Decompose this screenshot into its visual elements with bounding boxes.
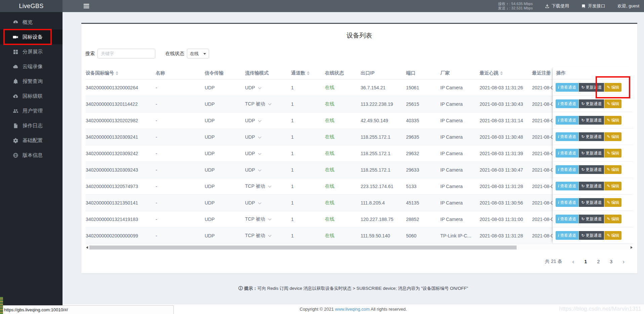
- update-channels-button[interactable]: ↻更新通道: [579, 182, 604, 190]
- scroll-right-icon[interactable]: [631, 246, 633, 249]
- scrollbar-thumb[interactable]: [89, 245, 517, 250]
- view-channels-button[interactable]: i查看通道: [556, 198, 578, 207]
- column-header-7: 端口: [406, 67, 440, 79]
- liveqing-link[interactable]: www.liveqing.com: [335, 307, 370, 312]
- sidebar-item-3[interactable]: 云端录像: [0, 59, 63, 74]
- network-stats: 接收 ↑ : 54.635 Mbps 发送 ↓ : 32.531 Mbps: [498, 2, 533, 10]
- table-row: 34020000001320309241-UDPUDP1在线118.255.17…: [85, 129, 633, 145]
- download-link[interactable]: 下载使用: [545, 3, 569, 9]
- edit-button[interactable]: ✎编辑: [604, 165, 621, 174]
- view-channels-button[interactable]: i查看通道: [556, 99, 578, 108]
- refresh-icon: ↻: [581, 151, 585, 155]
- stream-mode[interactable]: UDP: [245, 145, 291, 162]
- edit-button[interactable]: ✎编辑: [604, 215, 621, 223]
- view-channels-button[interactable]: i查看通道: [556, 165, 578, 174]
- column-header-2: 信令传输: [204, 67, 245, 79]
- action-buttons-row: i查看通道↻更新通道✎编辑: [553, 79, 633, 96]
- channel-count: 1: [291, 112, 325, 129]
- sort-icon[interactable]: [307, 71, 310, 75]
- horizontal-scrollbar[interactable]: [85, 245, 633, 250]
- sidebar-item-4[interactable]: 报警查询: [0, 74, 63, 89]
- refresh-icon: ↻: [581, 118, 585, 123]
- sort-icon[interactable]: [116, 71, 118, 75]
- stream-mode[interactable]: UDP: [245, 112, 291, 129]
- online-status: 在线: [325, 145, 360, 162]
- sidebar-item-label: 国标设备: [23, 34, 43, 40]
- signal-transport: UDP: [204, 96, 245, 112]
- stream-mode[interactable]: TCP 被动: [245, 96, 291, 112]
- export-ip: 111.59.50.140: [360, 227, 406, 244]
- edit-button[interactable]: ✎编辑: [604, 132, 621, 141]
- last-heartbeat: 2021-08-03 11:30:43: [479, 96, 532, 112]
- next-page-button[interactable]: ›: [622, 259, 625, 264]
- page-number-1[interactable]: 1: [585, 259, 587, 264]
- welcome-user[interactable]: 欢迎, guest: [617, 3, 639, 9]
- stream-mode[interactable]: UDP: [245, 162, 291, 178]
- filter-bar: 搜索 在线状态 在线: [85, 49, 633, 58]
- stream-mode[interactable]: TCP 被动: [245, 211, 291, 227]
- sort-icon[interactable]: [500, 71, 503, 75]
- online-status-select[interactable]: 在线: [187, 49, 209, 58]
- sidebar-item-8[interactable]: 基础配置: [0, 133, 63, 148]
- edit-button[interactable]: ✎编辑: [604, 231, 621, 240]
- column-header-9[interactable]: 最近心跳: [479, 67, 532, 79]
- table-row: 34020000001320309242-UDPUDP1在线118.255.17…: [85, 145, 633, 162]
- update-channels-button[interactable]: ↻更新通道: [579, 99, 604, 108]
- sidebar-item-5[interactable]: 国标级联: [0, 89, 63, 103]
- update-channels-button[interactable]: ↻更新通道: [579, 165, 604, 174]
- stream-mode[interactable]: UDP: [245, 79, 291, 96]
- gears-icon: [13, 138, 18, 143]
- column-header-0[interactable]: 设备国标编号: [85, 67, 155, 79]
- page-title: 设备列表: [85, 31, 633, 40]
- cloud-icon: [13, 64, 18, 70]
- view-channels-button[interactable]: i查看通道: [556, 83, 578, 92]
- update-channels-button[interactable]: ↻更新通道: [579, 83, 604, 92]
- scroll-left-icon[interactable]: [86, 246, 88, 249]
- update-channels-button[interactable]: ↻更新通道: [579, 149, 604, 158]
- sidebar-item-1[interactable]: 国标设备: [0, 30, 63, 44]
- update-channels-button[interactable]: ↻更新通道: [579, 132, 604, 141]
- column-header-4[interactable]: 通道数: [291, 67, 325, 79]
- stream-mode[interactable]: UDP: [245, 129, 291, 145]
- view-channels-button[interactable]: i查看通道: [556, 132, 578, 141]
- online-status: 在线: [325, 162, 360, 178]
- edit-button[interactable]: ✎编辑: [604, 182, 621, 190]
- last-heartbeat: 2021-08-03 11:30:47: [479, 162, 532, 178]
- view-channels-button[interactable]: i查看通道: [556, 116, 578, 125]
- sidebar-item-7[interactable]: 操作日志: [0, 118, 63, 133]
- update-channels-button[interactable]: ↻更新通道: [579, 215, 604, 223]
- view-channels-button[interactable]: i查看通道: [556, 215, 578, 223]
- stream-mode[interactable]: TCP 被动: [245, 178, 291, 194]
- info-icon: i: [558, 217, 559, 221]
- update-channels-button[interactable]: ↻更新通道: [579, 231, 604, 240]
- stream-mode[interactable]: TCP 被动: [245, 227, 291, 244]
- stream-mode[interactable]: UDP: [245, 194, 291, 211]
- menu-toggle-icon[interactable]: [83, 2, 90, 10]
- edit-button[interactable]: ✎编辑: [604, 198, 621, 207]
- edit-button[interactable]: ✎编辑: [604, 149, 621, 158]
- view-channels-button[interactable]: i查看通道: [556, 182, 578, 190]
- page-number-2[interactable]: 2: [597, 259, 600, 264]
- search-label: 搜索: [85, 51, 95, 57]
- device-name: -: [155, 178, 204, 194]
- action-buttons-row: i查看通道↻更新通道✎编辑: [553, 178, 633, 194]
- sidebar-item-0[interactable]: 概览: [0, 15, 63, 30]
- port: 29632: [406, 145, 440, 162]
- sidebar-item-2[interactable]: 分屏展示: [0, 44, 63, 59]
- update-channels-button[interactable]: ↻更新通道: [579, 116, 604, 125]
- view-channels-button[interactable]: i查看通道: [556, 149, 578, 158]
- channel-count: 1: [291, 79, 325, 96]
- prev-page-button[interactable]: ‹: [572, 259, 574, 264]
- sidebar-item-9[interactable]: 版本信息: [0, 148, 63, 163]
- edit-button[interactable]: ✎编辑: [604, 99, 621, 108]
- export-ip: 223.152.174.61: [360, 178, 406, 194]
- chevron-down-icon: [268, 233, 271, 237]
- edit-button[interactable]: ✎编辑: [604, 83, 621, 92]
- update-channels-button[interactable]: ↻更新通道: [579, 198, 604, 207]
- edit-button[interactable]: ✎编辑: [604, 116, 621, 125]
- view-channels-button[interactable]: i查看通道: [556, 231, 578, 240]
- page-number-3[interactable]: 3: [610, 259, 612, 264]
- sidebar-item-6[interactable]: 用户管理: [0, 103, 63, 118]
- search-input[interactable]: [97, 49, 155, 58]
- api-docs-link[interactable]: 开发接口: [581, 3, 605, 9]
